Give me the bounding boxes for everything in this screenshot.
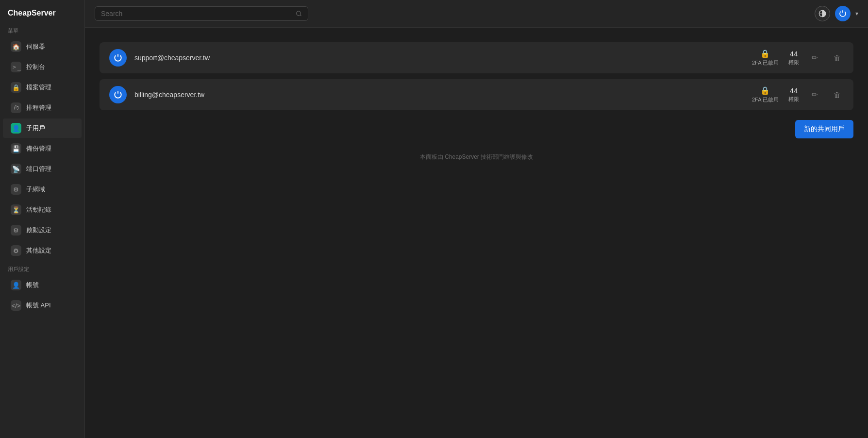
sidebar-item-server[interactable]: 🏠 伺服器 xyxy=(3,37,82,56)
sidebar-label-startup: 啟動設定 xyxy=(26,226,51,235)
svg-point-0 xyxy=(296,11,300,16)
permission-count-1: 44 權限 xyxy=(788,50,799,66)
power-button[interactable] xyxy=(835,6,851,21)
file-icon: 🔒 xyxy=(11,82,21,93)
sidebar-label-console: 控制台 xyxy=(26,63,45,71)
search-icon xyxy=(296,10,302,17)
settings-icon: ⚙ xyxy=(11,245,21,256)
sidebar-label-files: 檔案管理 xyxy=(26,83,51,92)
clock-icon: ⏱ xyxy=(11,102,21,113)
sidebar-item-ssh-api[interactable]: </> 帳號 API xyxy=(3,296,82,315)
sidebar-label-ssh-api: 帳號 API xyxy=(26,301,51,310)
sidebar-item-startup[interactable]: ⚙ 啟動設定 xyxy=(3,220,82,240)
add-user-button[interactable]: 新的共同用戶 xyxy=(795,120,853,138)
sidebar-item-activity[interactable]: ⏳ 活動記錄 xyxy=(3,200,82,219)
edit-button-1[interactable]: ✏ xyxy=(809,51,821,64)
table-row: support@cheapserver.tw 🔒 2FA 已啟用 44 權限 ✏… xyxy=(100,42,853,73)
sidebar-item-console[interactable]: ＞_ 控制台 xyxy=(3,57,82,77)
avatar xyxy=(109,49,127,67)
sidebar-item-network[interactable]: 📡 端口管理 xyxy=(3,159,82,179)
app-logo: CheapServer xyxy=(0,0,84,22)
home-icon: 🏠 xyxy=(11,41,21,52)
sidebar-label-subdomain: 子網域 xyxy=(26,185,45,194)
activity-icon: ⏳ xyxy=(11,204,21,215)
chevron-down-icon[interactable]: ▾ xyxy=(855,10,858,17)
user-list: support@cheapserver.tw 🔒 2FA 已啟用 44 權限 ✏… xyxy=(100,42,853,110)
user-meta-1: 🔒 2FA 已啟用 44 權限 ✏ 🗑 xyxy=(752,49,844,67)
search-input[interactable] xyxy=(101,10,292,17)
edit-button-2[interactable]: ✏ xyxy=(809,88,821,101)
user-icon: 👤 xyxy=(11,123,21,134)
lock-icon: 🔒 xyxy=(760,86,770,95)
delete-button-2[interactable]: 🗑 xyxy=(831,89,844,101)
sidebar-label-schedule: 排程管理 xyxy=(26,103,51,112)
sidebar-item-account[interactable]: 👤 帳號 xyxy=(3,275,82,295)
permission-label-2: 權限 xyxy=(788,96,799,103)
contrast-button[interactable] xyxy=(815,6,830,21)
twofa-badge-1: 🔒 2FA 已啟用 xyxy=(752,49,779,67)
topbar-right: ▾ xyxy=(815,6,858,21)
sidebar-item-subdomain[interactable]: ⚙ 子網域 xyxy=(3,180,82,199)
sidebar-label-subuser: 子用戶 xyxy=(26,124,45,133)
lock-icon: 🔒 xyxy=(760,49,770,58)
sidebar-label-backup: 備份管理 xyxy=(26,144,51,153)
sidebar-label-network: 端口管理 xyxy=(26,165,51,173)
search-box[interactable] xyxy=(95,6,308,21)
api-icon: </> xyxy=(11,300,21,311)
sidebar-item-backup[interactable]: 💾 備份管理 xyxy=(3,139,82,158)
sidebar-item-subuser[interactable]: 👤 子用戶 xyxy=(3,118,82,138)
sidebar-item-othersettings[interactable]: ⚙ 其他設定 xyxy=(3,241,82,260)
permission-label-1: 權限 xyxy=(788,59,799,66)
sidebar-label-server: 伺服器 xyxy=(26,42,45,51)
topbar: ▾ xyxy=(85,0,868,28)
sidebar-item-files[interactable]: 🔒 檔案管理 xyxy=(3,78,82,97)
content-area: support@cheapserver.tw 🔒 2FA 已啟用 44 權限 ✏… xyxy=(85,28,868,438)
wifi-icon: 📡 xyxy=(11,164,21,174)
menu-section-label: 菜單 xyxy=(0,22,84,36)
user-email-2: billing@cheapserver.tw xyxy=(134,91,744,99)
twofa-label-1: 2FA 已啟用 xyxy=(752,59,779,67)
sidebar-item-schedule[interactable]: ⏱ 排程管理 xyxy=(3,98,82,118)
footer-note: 本面板由 CheapServer 技術部門維護與修改 xyxy=(100,153,853,161)
permission-count-2: 44 權限 xyxy=(788,86,799,103)
startup-icon: ⚙ xyxy=(11,225,21,236)
add-user-row: 新的共同用戶 xyxy=(100,120,853,138)
twofa-label-2: 2FA 已啟用 xyxy=(752,96,779,103)
sidebar-label-othersettings: 其他設定 xyxy=(26,246,51,255)
backup-icon: 💾 xyxy=(11,143,21,154)
terminal-icon: ＞_ xyxy=(11,62,21,72)
twofa-badge-2: 🔒 2FA 已啟用 xyxy=(752,86,779,103)
permission-number-2: 44 xyxy=(790,86,798,95)
delete-button-1[interactable]: 🗑 xyxy=(831,52,844,64)
sidebar-label-account: 帳號 xyxy=(26,281,39,289)
gear-icon: ⚙ xyxy=(11,184,21,195)
sidebar-label-activity: 活動記錄 xyxy=(26,205,51,214)
user-meta-2: 🔒 2FA 已啟用 44 權限 ✏ 🗑 xyxy=(752,86,844,103)
account-icon: 👤 xyxy=(11,280,21,290)
main-area: ▾ support@cheapserver.tw 🔒 2FA 已啟用 44 xyxy=(85,0,868,438)
sidebar: CheapServer 菜單 🏠 伺服器 ＞_ 控制台 🔒 檔案管理 ⏱ 排程管… xyxy=(0,0,85,438)
permission-number-1: 44 xyxy=(790,50,798,58)
contrast-icon xyxy=(818,10,826,17)
user-section-label: 用戶設定 xyxy=(0,261,84,275)
table-row: billing@cheapserver.tw 🔒 2FA 已啟用 44 權限 ✏… xyxy=(100,79,853,110)
user-email-1: support@cheapserver.tw xyxy=(134,54,744,62)
svg-line-1 xyxy=(300,15,301,16)
power-icon xyxy=(839,10,847,17)
avatar xyxy=(109,86,127,103)
